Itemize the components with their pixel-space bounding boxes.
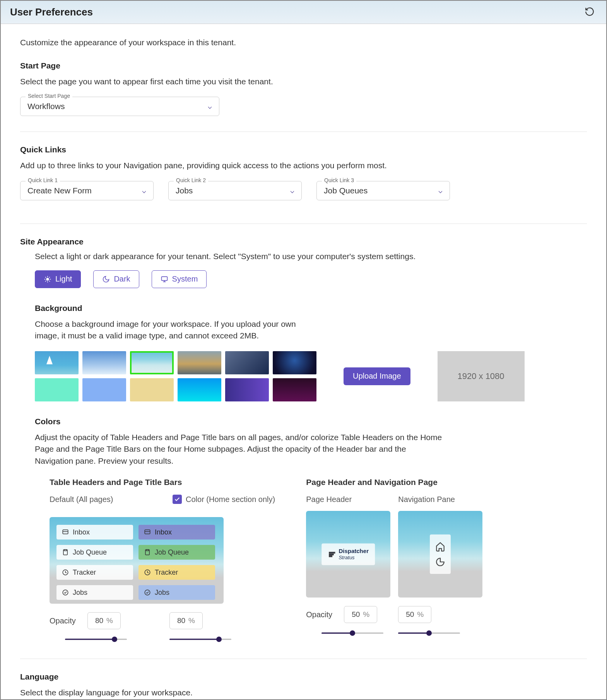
svg-point-21 — [145, 590, 150, 595]
background-tile-8[interactable] — [130, 378, 174, 401]
upload-image-button[interactable]: Upload Image — [344, 367, 410, 385]
quick-links-desc: Add up to three links to your Navigation… — [20, 160, 587, 171]
group1-opacity2-input[interactable]: 80% — [169, 612, 203, 629]
theme-dark-button[interactable]: Dark — [93, 270, 139, 288]
background-tile-3[interactable] — [178, 351, 221, 374]
preview-jobqueue-default: Job Queue — [56, 545, 133, 560]
preview-tracker-color: Tracker — [138, 565, 215, 580]
svg-line-5 — [45, 277, 46, 278]
start-page-select-label: Select Start Page — [26, 93, 72, 99]
preview-jobqueue-color: Job Queue — [138, 545, 215, 560]
theme-light-label: Light — [55, 275, 72, 283]
color-checkbox[interactable] — [173, 495, 182, 504]
upload-preview-text: 1920 x 1080 — [457, 371, 504, 381]
preview-inbox-default: Inbox — [56, 525, 133, 540]
quick-link-2-select[interactable]: Jobs ⌵ — [168, 181, 302, 200]
start-page-select-value: Workflows — [27, 102, 65, 111]
start-page-select[interactable]: Workflows ⌵ — [20, 97, 219, 116]
group2-opacity1-slider[interactable] — [321, 629, 383, 637]
chevron-down-icon: ⌵ — [290, 186, 294, 195]
colors-desc: Adjust the opacity of Table Headers and … — [35, 432, 445, 467]
theme-system-button[interactable]: System — [152, 270, 207, 288]
divider — [20, 131, 587, 132]
background-tile-5[interactable] — [273, 351, 316, 374]
svg-rect-24 — [329, 556, 332, 557]
svg-line-8 — [49, 277, 50, 278]
moon-icon — [102, 275, 110, 283]
upload-image-label: Upload Image — [353, 372, 401, 380]
background-tile-11[interactable] — [273, 378, 316, 401]
background-tile-7[interactable] — [82, 378, 126, 401]
svg-rect-22 — [329, 552, 335, 553]
quick-link-2-wrap: Quick Link 2 Jobs ⌵ — [168, 181, 302, 200]
group2-opacity2-input[interactable]: 50% — [398, 606, 431, 623]
theme-buttons: Light Dark System — [35, 270, 587, 288]
quick-link-2-label: Quick Link 2 — [174, 177, 208, 183]
home-icon — [435, 541, 445, 551]
svg-line-7 — [45, 281, 46, 282]
group2-opacity1-input[interactable]: 50% — [344, 606, 377, 623]
quick-link-3-select[interactable]: Job Queues ⌵ — [316, 181, 450, 200]
group2-opacity-label: Opacity — [306, 610, 337, 619]
background-tile-1[interactable] — [82, 351, 126, 374]
group1-opacity-label: Opacity — [50, 616, 80, 625]
group2-nav-preview — [398, 511, 482, 598]
group1-opacity2-slider[interactable] — [169, 635, 231, 643]
background-tile-6[interactable] — [35, 378, 79, 401]
preview-inbox-color: Inbox — [138, 525, 215, 540]
group1-color-wrap[interactable]: Color (Home section only) — [173, 494, 275, 505]
theme-light-button[interactable]: Light — [35, 270, 81, 288]
quick-link-3-label: Quick Link 3 — [322, 177, 356, 183]
logo-sub: Stratus — [339, 555, 369, 560]
language-desc: Select the display language for your wor… — [20, 687, 587, 698]
background-tile-4[interactable] — [225, 351, 269, 374]
group1-opacity1-slider[interactable] — [65, 635, 127, 643]
sun-icon — [44, 275, 51, 283]
reset-button[interactable] — [582, 4, 597, 20]
pie-icon — [435, 557, 445, 567]
quick-link-2-value: Jobs — [176, 186, 193, 195]
theme-dark-label: Dark — [114, 275, 130, 283]
logo-main: Dispatcher — [339, 548, 369, 555]
intro-text: Customize the appearance of your workspa… — [20, 38, 587, 47]
quick-link-3-wrap: Quick Link 3 Job Queues ⌵ — [316, 181, 450, 200]
quick-link-1-label: Quick Link 1 — [26, 177, 60, 183]
group2-header-preview: Dispatcher Stratus — [306, 511, 390, 598]
divider — [20, 659, 587, 659]
start-page-select-wrap: Select Start Page Workflows ⌵ — [20, 97, 219, 116]
quick-links-row: Quick Link 1 Create New Form ⌵ Quick Lin… — [20, 181, 587, 212]
page-title: User Preferences — [10, 6, 93, 18]
chevron-down-icon: ⌵ — [208, 102, 212, 111]
background-tile-9[interactable] — [178, 378, 221, 401]
quick-links-heading: Quick Links — [20, 145, 587, 154]
group2-header-label: Page Header — [306, 494, 390, 505]
background-tile-0[interactable] — [35, 351, 79, 374]
group2-opacity2-slider[interactable] — [398, 629, 460, 637]
background-heading: Background — [35, 304, 587, 313]
appearance-body: Select a light or dark appearance for yo… — [35, 252, 587, 643]
appearance-heading: Site Appearance — [20, 237, 587, 246]
appearance-desc: Select a light or dark appearance for yo… — [35, 252, 587, 261]
quick-link-1-wrap: Quick Link 1 Create New Form ⌵ — [20, 181, 154, 200]
background-tile-2[interactable] — [130, 351, 174, 374]
background-desc: Choose a background image for your works… — [35, 318, 321, 342]
background-row: Upload Image 1920 x 1080 — [35, 351, 587, 401]
chevron-down-icon: ⌵ — [142, 186, 146, 195]
quick-link-3-value: Job Queues — [324, 186, 368, 195]
reset-icon — [585, 7, 595, 17]
preview-tracker-default: Tracker — [56, 565, 133, 580]
colors-row: Table Headers and Page Title Bars Defaul… — [50, 478, 587, 643]
group2-title: Page Header and Navigation Page — [306, 478, 482, 487]
group2-nav-label: Navigation Pane — [398, 494, 482, 505]
colors-group-1: Table Headers and Page Title Bars Defaul… — [50, 478, 275, 643]
quick-link-1-select[interactable]: Create New Form ⌵ — [20, 181, 154, 200]
divider — [20, 224, 587, 224]
language-heading: Language — [20, 672, 587, 681]
preview-jobs-color: Jobs — [138, 585, 215, 600]
background-tile-10[interactable] — [225, 378, 269, 401]
group1-opacity1-input[interactable]: 80% — [87, 612, 121, 629]
chevron-down-icon: ⌵ — [438, 186, 443, 195]
colors-heading: Colors — [35, 417, 587, 426]
group1-preview: Inbox Inbox Job Queue Job Queue Tracker … — [50, 517, 224, 604]
svg-point-0 — [46, 278, 49, 281]
